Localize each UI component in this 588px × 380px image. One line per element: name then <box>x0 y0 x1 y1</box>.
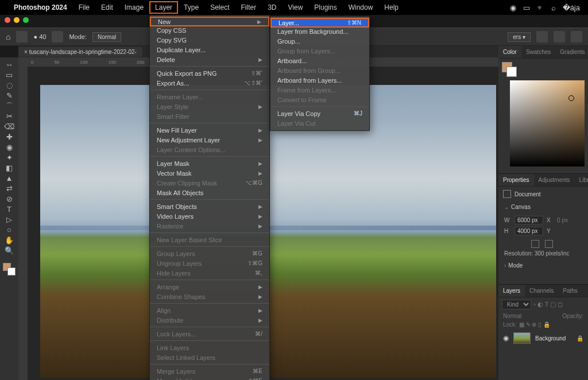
submenuitem-group-[interactable]: Group... <box>270 36 369 46</box>
tab-swatches[interactable]: Swatches <box>521 46 555 58</box>
battery-icon[interactable]: ▭ <box>523 3 530 12</box>
submenuitem-layer-via-copy[interactable]: Layer Via Copy⌘J <box>270 108 369 118</box>
menuitem-copy-svg[interactable]: Copy SVG <box>150 35 269 45</box>
menuitem-arrange: Arrange▶ <box>150 282 269 292</box>
menuitem-video-layers[interactable]: Video Layers▶ <box>150 211 269 221</box>
tool-10[interactable]: ◧ <box>3 163 16 173</box>
menuitem-layer-content-options-: Layer Content Options... <box>150 145 269 154</box>
menuitem-delete[interactable]: Delete▶ <box>150 55 269 64</box>
menuitem-smart-objects[interactable]: Smart Objects▶ <box>150 201 269 211</box>
tool-0[interactable]: ↔ <box>3 60 16 70</box>
tab-channels[interactable]: Channels <box>525 285 558 297</box>
opt-icon-2[interactable] <box>554 31 565 42</box>
tool-14[interactable]: T <box>3 204 16 215</box>
tool-11[interactable]: ▲ <box>3 173 16 184</box>
fg-bg-swatch[interactable] <box>502 62 517 77</box>
menuitem-new-adjustment-layer[interactable]: New Adjustment Layer▶ <box>150 135 269 145</box>
layer-filter-kind[interactable]: Kind <box>502 300 531 309</box>
brush-settings-icon[interactable] <box>52 31 63 42</box>
tool-13[interactable]: ⊘ <box>3 194 16 204</box>
tab-libraries[interactable]: Libra <box>575 174 588 186</box>
tab-color[interactable]: Color <box>498 46 521 58</box>
visibility-icon[interactable]: ◉ <box>503 334 509 342</box>
menuitem-group-layers: Group Layers⌘G <box>150 249 269 258</box>
tool-4[interactable]: ⌒ <box>3 101 16 111</box>
opt-icon-1[interactable] <box>536 31 548 42</box>
orientation-portrait-icon[interactable] <box>531 240 539 248</box>
home-icon[interactable]: ⌂ <box>6 32 10 41</box>
tab-gradients[interactable]: Gradients <box>555 46 588 58</box>
tool-1[interactable]: ▭ <box>3 70 16 80</box>
tab-layers[interactable]: Layers <box>498 285 525 297</box>
menuitem-mask-all-objects[interactable]: Mask All Objects <box>150 188 269 197</box>
menu-filter[interactable]: Filter <box>235 1 262 14</box>
tool-7[interactable]: ✚ <box>3 132 16 142</box>
menuitem-export-as-[interactable]: Export As...⌥⇧⌘' <box>150 78 269 88</box>
mode-section-label[interactable]: Mode <box>508 262 523 269</box>
color-panel-tabs: Color Swatches Gradients <box>498 46 588 59</box>
ruler-vertical <box>18 67 28 380</box>
filter-icon[interactable]: ▫ ◐ T ▢ ◻ <box>533 301 563 308</box>
menu-file[interactable]: File <box>73 1 95 14</box>
submenuitem-artboard-[interactable]: Artboard... <box>270 56 369 65</box>
tool-16[interactable]: ○ <box>3 225 16 235</box>
submenuitem-artboard-from-layers-[interactable]: Artboard from Layers... <box>270 75 369 85</box>
menuitem-ungroup-layers: Ungroup Layers⇧⌘G <box>150 258 269 268</box>
menu-3d[interactable]: 3D <box>262 1 282 14</box>
control-center-icon[interactable]: �ája <box>563 3 580 12</box>
opt-icon-3[interactable] <box>571 31 582 42</box>
blend-mode-select[interactable]: Normal <box>92 32 121 42</box>
menuitem-merge-layers: Merge Layers⌘E <box>150 366 269 376</box>
menu-edit[interactable]: Edit <box>95 1 119 14</box>
submenuitem-layer-from-background-[interactable]: Layer from Background... <box>270 26 369 36</box>
submenuitem-frame-from-layers-: Frame from Layers... <box>270 85 369 95</box>
layer-thumbnail[interactable] <box>513 332 531 344</box>
menu-plugins[interactable]: Plugins <box>308 1 342 14</box>
tool-3[interactable]: ✎ <box>3 91 16 101</box>
brush-size[interactable]: ● 40 <box>33 33 46 40</box>
blend-mode[interactable]: Normal <box>503 313 521 319</box>
menuitem-quick-export-as-png[interactable]: Quick Export as PNG⇧⌘' <box>150 68 269 78</box>
document-tab[interactable]: × tuscany-landscape-in-springtime-2022-0… <box>18 47 143 57</box>
search-icon[interactable]: ⌕ <box>551 3 556 12</box>
orientation-landscape-icon[interactable] <box>545 240 553 248</box>
record-icon[interactable]: ◉ <box>510 3 516 12</box>
tool-15[interactable]: ▷ <box>3 215 16 225</box>
menu-layer[interactable]: Layer <box>149 1 178 14</box>
menuitem-vector-mask[interactable]: Vector Mask▶ <box>150 168 269 178</box>
color-swatches-tool[interactable] <box>3 263 16 276</box>
tool-8[interactable]: ◉ <box>3 142 16 153</box>
menu-image[interactable]: Image <box>119 1 149 14</box>
canvas-section-label[interactable]: Canvas <box>511 204 531 210</box>
width-input[interactable] <box>514 216 543 224</box>
menu-window[interactable]: Window <box>343 1 379 14</box>
tool-preset-icon[interactable] <box>16 31 28 42</box>
opacity-label[interactable]: Opacity: <box>562 313 583 319</box>
tool-12[interactable]: ⇄ <box>3 184 16 194</box>
tool-6[interactable]: ⌫ <box>3 122 16 132</box>
menu-view[interactable]: View <box>283 1 309 14</box>
wifi-icon[interactable]: ᯤ <box>537 3 544 12</box>
window-traffic-lights[interactable] <box>5 17 29 23</box>
tab-adjustments[interactable]: Adjustments <box>534 174 575 186</box>
tool-17[interactable]: ✋ <box>3 235 16 246</box>
height-input[interactable] <box>514 227 543 235</box>
layer-row-background[interactable]: ◉ Background 🔒 <box>498 329 588 347</box>
menu-type[interactable]: Type <box>178 1 204 14</box>
menuitem-duplicate-layer-[interactable]: Duplicate Layer... <box>150 45 269 55</box>
color-picker[interactable] <box>510 80 585 166</box>
menu-help[interactable]: Help <box>378 1 404 14</box>
tab-properties[interactable]: Properties <box>498 174 534 186</box>
lock-icon[interactable]: 🔒 <box>577 335 583 342</box>
menuitem-new-fill-layer[interactable]: New Fill Layer▶ <box>150 125 269 135</box>
menu-select[interactable]: Select <box>204 1 235 14</box>
tool-9[interactable]: ✦ <box>3 153 16 163</box>
menuitem-layer-mask[interactable]: Layer Mask▶ <box>150 158 269 168</box>
lock-icons[interactable]: ▦ ✎ ⊕ ▯ 🔒 <box>519 321 550 328</box>
tab-paths[interactable]: Paths <box>558 285 582 297</box>
tool-2[interactable]: ◌ <box>3 80 16 91</box>
layers-dropdown[interactable]: ers ▾ <box>508 32 531 42</box>
tool-18[interactable]: 🔍 <box>3 246 16 256</box>
tool-5[interactable]: ✂ <box>3 111 16 122</box>
menuitem-copy-css[interactable]: Copy CSS <box>150 25 269 35</box>
